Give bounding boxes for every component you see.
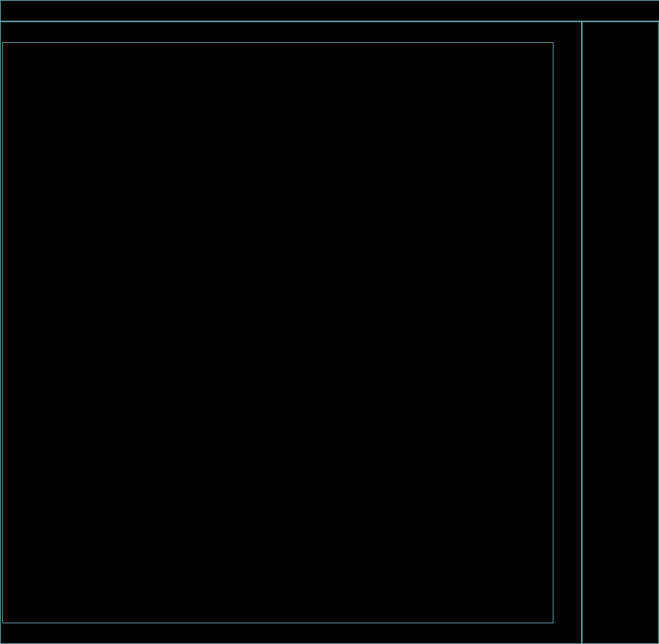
radar-app-window xyxy=(0,0,659,644)
radar-map-area[interactable] xyxy=(2,42,553,623)
radar-map-canvas xyxy=(1,1,552,582)
legend-separator-line xyxy=(581,21,583,644)
